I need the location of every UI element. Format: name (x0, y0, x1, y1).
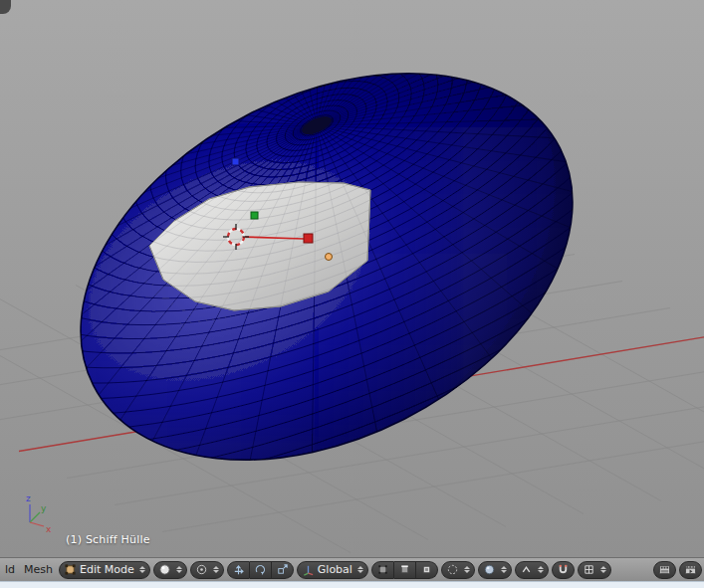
manipulator-rotate-button[interactable] (250, 561, 272, 579)
dropdown-arrows-icon (357, 566, 363, 573)
dropdown-arrows-icon (600, 566, 606, 573)
magnet-icon (557, 563, 570, 576)
edit-mode-icon (64, 563, 77, 576)
film-still-icon (658, 563, 671, 576)
handle-blue[interactable] (232, 158, 239, 165)
proportional-edit-dropdown[interactable] (441, 561, 475, 579)
object-origin (326, 254, 333, 261)
viewport-3d[interactable] (0, 0, 704, 557)
render-opengl-button[interactable] (653, 561, 676, 579)
film-animation-icon (684, 563, 697, 576)
orientation-dropdown[interactable]: Global (297, 561, 368, 579)
edge-select-icon (398, 563, 411, 576)
menu-mesh[interactable]: Mesh (21, 563, 56, 576)
dropdown-arrows-icon (213, 566, 219, 573)
axis-z-label: z (26, 493, 31, 503)
orientation-axes-icon (302, 563, 315, 576)
axis-x-line (30, 522, 44, 526)
solid-shading-icon (158, 563, 171, 576)
dropdown-arrows-icon (464, 566, 470, 573)
timeline-editor-edge (0, 581, 704, 588)
manipulator-translate-button[interactable] (227, 561, 250, 579)
rotate-icon (254, 563, 267, 576)
pivot-point-icon (195, 563, 208, 576)
pivot-dropdown[interactable] (190, 561, 224, 579)
dropdown-arrows-icon (501, 566, 507, 573)
vertex-select-button[interactable] (371, 561, 394, 579)
mode-dropdown[interactable]: Edit Mode (59, 561, 150, 579)
dropdown-arrows-icon (538, 566, 544, 573)
mode-label: Edit Mode (80, 563, 134, 576)
falloff-sphere-icon (483, 563, 496, 576)
dropdown-arrows-icon (139, 566, 145, 573)
scene-render (0, 0, 704, 557)
edge-select-button[interactable] (394, 561, 416, 579)
active-object-info: (1) Schiff Hülle (66, 533, 150, 546)
manipulator-scale-button[interactable] (272, 561, 294, 579)
axis-gizmo: z y x (16, 490, 70, 535)
manipulator-toggle-group (227, 561, 294, 579)
snap-magnet-button[interactable] (552, 561, 575, 579)
vertex-select-icon (376, 563, 389, 576)
translate-icon (232, 563, 245, 576)
axis-x-label: x (46, 524, 52, 534)
proportional-circle-icon (446, 563, 459, 576)
grid-icon (583, 563, 595, 576)
face-select-button[interactable] (416, 561, 438, 579)
falloff-dropdown[interactable] (478, 561, 512, 579)
shading-dropdown[interactable] (153, 561, 187, 579)
menu-add[interactable]: ld (2, 563, 18, 576)
snap-element-dropdown[interactable] (515, 561, 549, 579)
handle-green[interactable] (251, 212, 258, 219)
axis-y-label: y (41, 503, 47, 513)
snap-target-dropdown[interactable] (578, 561, 611, 579)
orientation-label: Global (318, 563, 352, 576)
app-window: z y x (1) Schiff Hülle ld Mesh Edit Mode (0, 0, 704, 588)
axis-y-line (30, 512, 40, 522)
x-axis-handle[interactable] (304, 234, 313, 243)
chevron-up-icon (520, 563, 533, 576)
face-select-icon (420, 563, 433, 576)
select-mode-group (371, 561, 438, 579)
scale-icon (276, 563, 289, 576)
dropdown-arrows-icon (176, 566, 182, 573)
render-animation-button[interactable] (679, 561, 702, 579)
view3d-header: ld Mesh Edit Mode (0, 557, 704, 582)
